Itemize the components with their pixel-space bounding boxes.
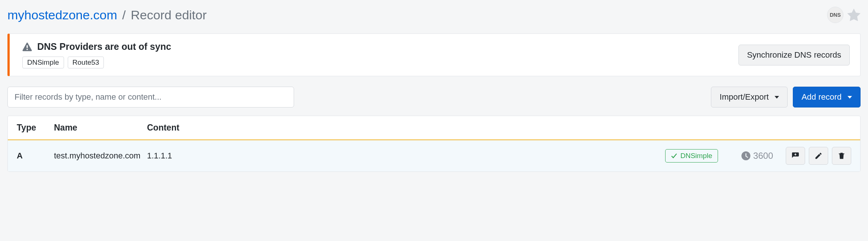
record-name: test.myhostedzone.com (54, 151, 143, 161)
add-record-label: Add record (801, 92, 842, 102)
import-export-label: Import/Export (719, 92, 769, 102)
edit-button[interactable] (809, 147, 828, 165)
alert-content: DNS Providers are out of sync DNSimple R… (22, 41, 171, 68)
star-icon[interactable] (847, 8, 861, 22)
record-content: 1.1.1.1 (147, 151, 661, 161)
pencil-icon (814, 152, 823, 160)
provider-chip-dnsimple[interactable]: DNSimple (22, 57, 64, 68)
provider-chips: DNSimple Route53 (22, 57, 171, 68)
breadcrumb: myhostedzone.com / Record editor (7, 8, 207, 22)
table-row[interactable]: A test.myhostedzone.com 1.1.1.1 DNSimple… (8, 140, 860, 171)
dns-provider-badge[interactable]: DNS (827, 7, 843, 23)
header-icons: DNS (827, 7, 861, 23)
check-icon (671, 152, 677, 159)
provider-chip-route53[interactable]: Route53 (68, 57, 104, 68)
record-ttl: 3600 (741, 151, 773, 161)
breadcrumb-domain-link[interactable]: myhostedzone.com (7, 8, 117, 22)
import-export-button[interactable]: Import/Export (711, 87, 788, 107)
comment-plus-icon (791, 152, 800, 160)
page-header: myhostedzone.com / Record editor DNS (7, 7, 861, 23)
records-table: Type Name Content A test.myhostedzone.co… (7, 116, 861, 172)
provider-synced-badge: DNSimple (665, 149, 718, 163)
breadcrumb-separator: / (122, 8, 125, 22)
alert-title: DNS Providers are out of sync (37, 41, 171, 52)
chevron-down-icon (775, 96, 779, 99)
provider-synced-label: DNSimple (680, 152, 712, 160)
warning-icon (22, 42, 32, 52)
filter-records-input[interactable] (7, 87, 294, 107)
chevron-down-icon (848, 96, 852, 99)
note-button[interactable] (786, 147, 805, 165)
row-actions (786, 147, 851, 165)
column-header-name: Name (54, 123, 143, 133)
trash-icon (837, 152, 846, 160)
add-record-button[interactable]: Add record (793, 87, 861, 107)
sync-alert: DNS Providers are out of sync DNSimple R… (7, 33, 861, 76)
ttl-value: 3600 (753, 151, 773, 161)
toolbar: Import/Export Add record (7, 87, 861, 107)
synchronize-button[interactable]: Synchronize DNS records (738, 45, 850, 65)
clock-icon (741, 151, 750, 160)
delete-button[interactable] (832, 147, 851, 165)
breadcrumb-current: Record editor (131, 8, 207, 22)
column-header-content: Content (147, 123, 661, 133)
records-header-row: Type Name Content (8, 116, 860, 140)
column-header-type: Type (17, 123, 50, 133)
record-type: A (17, 151, 50, 161)
